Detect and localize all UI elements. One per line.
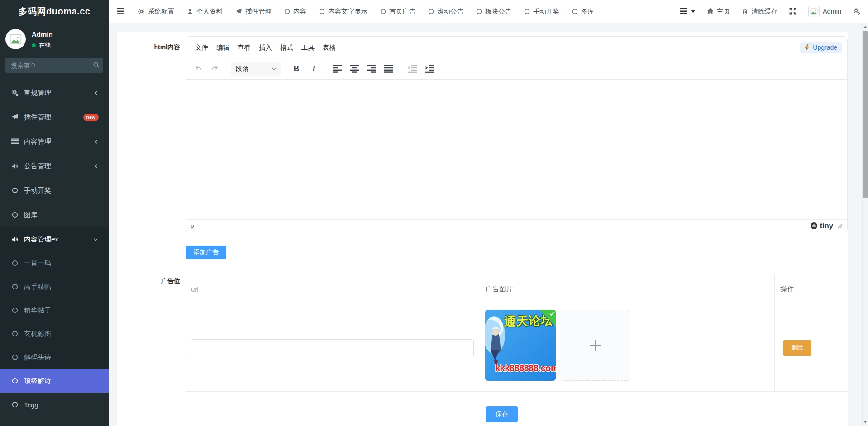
user-status: 在线: [32, 41, 53, 49]
search-icon[interactable]: [93, 62, 100, 70]
sidebar-subitem-label: 精华帖子: [24, 306, 51, 315]
sidebar-item-label: 常规管理: [24, 89, 51, 97]
circle-icon: [11, 187, 19, 194]
nav-tab-gallery[interactable]: 图库: [572, 7, 594, 16]
upgrade-button[interactable]: Upgrade: [800, 42, 842, 53]
sidebar-item-label: 图库: [24, 211, 38, 219]
fullscreen-toggle[interactable]: [789, 8, 796, 15]
align-right-icon[interactable]: [364, 61, 379, 76]
redo-icon[interactable]: [207, 61, 223, 76]
ad-slot-label: 广告位: [117, 274, 180, 392]
nav-clear-cache-label: 清除缓存: [751, 7, 777, 16]
circle-icon: [11, 260, 19, 266]
sidebar-item-plugins[interactable]: 插件管理 new: [0, 105, 109, 129]
menu-format[interactable]: 格式: [276, 41, 297, 55]
sidebar-subitem-yixiaoyima[interactable]: 一肖一码: [0, 251, 109, 275]
form-panel: html内容 文件 编辑 查看 插入 格式 工具 表格 Upgrade: [117, 32, 848, 426]
tiny-brand[interactable]: tiny: [810, 222, 833, 230]
nav-settings[interactable]: [853, 8, 861, 15]
sidebar-subitem-jinghuatiezi[interactable]: 精华帖子: [0, 298, 109, 322]
chevron-down-icon: [272, 67, 277, 71]
tabs-dropdown[interactable]: [680, 8, 695, 14]
user-name: Admin: [32, 30, 53, 38]
sidebar-item-tcgg[interactable]: Tcgg: [0, 393, 109, 417]
ad-image-domain-text: kkk888888.com: [495, 363, 556, 374]
menu-tools[interactable]: 工具: [297, 41, 319, 55]
sidebar-item-gallery[interactable]: 图库: [0, 203, 109, 227]
editor-content-area[interactable]: [186, 80, 847, 219]
sidebar-subitem-xuanjicaitu[interactable]: 玄机彩图: [0, 322, 109, 346]
menu-view[interactable]: 查看: [234, 41, 255, 55]
ad-image-thumbnail[interactable]: 通天论坛 kkk888888.com: [485, 310, 556, 381]
circle-icon: [284, 9, 290, 14]
paper-plane-icon: [235, 8, 242, 15]
sidebar-item-label: 插件管理: [24, 113, 51, 122]
nav-tab-system-config[interactable]: 系统配置: [138, 7, 174, 16]
undo-icon[interactable]: [190, 61, 205, 76]
form-row-ad-slots: 广告位 url 广告图片 操作: [117, 274, 848, 392]
nav-tab-board-notice[interactable]: 板块公告: [476, 7, 511, 16]
sidebar-item-label: 内容管理ex: [24, 235, 58, 244]
app-logo[interactable]: 多码网duoma.cc: [0, 0, 109, 23]
menu-insert[interactable]: 插入: [255, 41, 276, 55]
nav-user-menu[interactable]: Admin: [808, 6, 841, 17]
avatar: [808, 6, 820, 17]
save-button[interactable]: 保存: [486, 406, 518, 422]
menu-file[interactable]: 文件: [191, 41, 212, 55]
indent-icon[interactable]: [422, 61, 437, 76]
upload-image-dropzone[interactable]: [560, 310, 630, 381]
sidebar-item-label: 手动开奖: [24, 186, 51, 195]
sidebar-item-label: 内容管理: [24, 137, 51, 146]
avatar[interactable]: [5, 29, 26, 49]
circle-icon: [11, 212, 19, 218]
sidebar-subitem-gaoshoujingtie[interactable]: 高手精帖: [0, 275, 109, 298]
ad-url-input[interactable]: [191, 339, 474, 356]
sidebar-item-announcements[interactable]: 公告管理: [0, 154, 109, 178]
bold-button[interactable]: B: [289, 61, 304, 76]
column-header-image: 广告图片: [480, 274, 775, 304]
tinymce-editor: 文件 编辑 查看 插入 格式 工具 表格 Upgrade: [186, 36, 848, 232]
nav-tab-plugin-manage[interactable]: 插件管理: [235, 7, 272, 16]
caret-down-icon: [691, 10, 695, 13]
sidebar-item-manual-draw[interactable]: 手动开奖: [0, 178, 109, 203]
sidebar-subitem-dingjijieshi-active[interactable]: 顶级解诗: [0, 369, 109, 393]
element-path[interactable]: p: [191, 222, 194, 229]
scroll-up-arrow[interactable]: [863, 24, 868, 30]
nav-clear-cache[interactable]: 清除缓存: [742, 7, 777, 16]
menu-edit[interactable]: 编辑: [212, 41, 234, 55]
resize-handle-icon[interactable]: [838, 223, 843, 228]
nav-tab-home-ads[interactable]: 首页广告: [380, 7, 415, 16]
sidebar-item-content-ex[interactable]: 内容管理ex: [0, 227, 109, 251]
nav-tab-content-text[interactable]: 内容文字显示: [319, 7, 367, 16]
scrollbar-thumb[interactable]: [863, 31, 868, 198]
add-ad-button[interactable]: 添加广告: [186, 246, 226, 259]
nav-tab-label: 图库: [581, 7, 594, 16]
top-navbar: 系统配置 个人资料 插件管理 内容 内容文字显示 首页广告: [109, 0, 868, 23]
delete-button[interactable]: 删除: [783, 340, 811, 356]
sidebar-toggle-icon[interactable]: [117, 8, 124, 14]
italic-button[interactable]: I: [306, 61, 321, 76]
scrollbar: [862, 23, 868, 426]
outdent-icon[interactable]: [405, 61, 420, 76]
menu-table[interactable]: 表格: [319, 41, 340, 55]
nav-tab-manual-draw[interactable]: 手动开奖: [524, 7, 559, 16]
nav-tab-scrolling-notice[interactable]: 滚动公告: [428, 7, 463, 16]
align-justify-icon[interactable]: [381, 61, 396, 76]
nav-tab-content[interactable]: 内容: [284, 7, 306, 16]
sidebar-subitem-jiematoushi[interactable]: 解码头诗: [0, 346, 109, 369]
scroll-down-arrow[interactable]: [863, 419, 868, 425]
app-logo-text: 多码网duoma.cc: [19, 5, 91, 18]
table-cell-image: 通天论坛 kkk888888.com: [480, 304, 775, 391]
sidebar-item-general[interactable]: 常规管理: [0, 80, 109, 105]
block-format-select[interactable]: 段落: [231, 62, 281, 76]
nav-home-link[interactable]: 主页: [707, 7, 730, 16]
chevron-left-icon: [94, 90, 99, 96]
circle-icon: [476, 9, 482, 14]
user-icon: [187, 8, 193, 15]
speaker-icon: [11, 163, 19, 170]
search-input[interactable]: [5, 58, 103, 73]
nav-tab-profile[interactable]: 个人资料: [187, 7, 223, 16]
align-center-icon[interactable]: [347, 61, 362, 76]
align-left-icon[interactable]: [329, 61, 345, 76]
sidebar-item-content[interactable]: 内容管理: [0, 129, 109, 154]
